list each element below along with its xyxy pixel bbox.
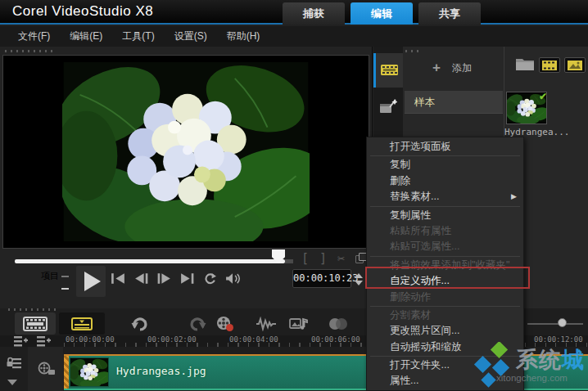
timeline-view-button[interactable] — [59, 312, 105, 335]
instant-project-button[interactable] — [373, 89, 403, 124]
media-library-button[interactable] — [373, 53, 403, 88]
photo-filter-icon — [568, 61, 582, 70]
repeat-button[interactable] — [201, 272, 219, 285]
add-folder-button[interactable]: + 添加 — [403, 55, 504, 81]
title-bar: Corel VideoStudio X8 捕获 编辑 共享 — [0, 0, 588, 25]
scrubber-track[interactable] — [15, 259, 285, 263]
app-title: Corel VideoStudio X8 — [12, 3, 153, 20]
watermark: 系统城 xitongcheng.com — [464, 339, 586, 391]
clip-filename: Hydrangeas.jpg — [116, 365, 206, 377]
ruler-tick: 00:00:02:00 — [147, 335, 197, 344]
library-thumbnail-hydrangeas[interactable]: ✔ — [506, 92, 547, 124]
preview-panel: [ ] ✂ 项目 素材 — [0, 47, 373, 308]
menu-tools[interactable]: 工具(T) — [122, 29, 154, 43]
track-list-add-icon[interactable] — [36, 335, 52, 348]
video-track-header — [28, 347, 63, 391]
videostudio-window: Corel VideoStudio X8 捕获 编辑 共享 文件(F) 编辑(E… — [0, 0, 588, 391]
undo-button[interactable] — [129, 315, 151, 333]
watermark-domain: xitongcheng.com — [496, 373, 568, 383]
menu-edit[interactable]: 编辑(E) — [70, 29, 102, 43]
track-ride-icon[interactable] — [6, 357, 22, 370]
record-capture-button[interactable] — [215, 315, 236, 333]
menu-item-delete-motion: 删除动作 — [367, 290, 523, 305]
menu-item-paste-all-attributes: 粘贴所有属性 — [367, 223, 523, 239]
scroll-down-icon[interactable] — [7, 380, 17, 385]
ruler-tick: 00:00:06:00 — [311, 335, 360, 344]
volume-button[interactable] — [224, 272, 242, 285]
mark-out-icon[interactable]: ] — [319, 251, 327, 266]
track-header-left — [0, 347, 28, 391]
menu-item-open-options-panel[interactable]: 打开选项面板 — [367, 139, 523, 155]
tab-edit[interactable]: 编辑 — [351, 2, 413, 25]
timecode-display[interactable]: 00:00:10:23 — [292, 269, 351, 288]
previous-frame-button[interactable] — [133, 272, 150, 285]
watermark-brand: 系统城 — [516, 345, 585, 375]
stepper-down-icon[interactable] — [355, 281, 363, 285]
motion-tracking-button[interactable] — [328, 315, 349, 333]
timeline-view-icon — [71, 317, 93, 331]
trim-icon-group: [ ] ✂ — [301, 251, 367, 266]
menu-item-copy[interactable]: 复制 — [367, 157, 523, 173]
next-frame-button[interactable] — [156, 272, 173, 285]
menu-item-delete[interactable]: 删除 — [367, 173, 523, 189]
play-button[interactable] — [76, 266, 106, 297]
enlarge-preview-icon[interactable] — [355, 253, 367, 264]
show-videos-toggle[interactable] — [539, 57, 560, 73]
stepper-up-icon[interactable] — [355, 273, 363, 278]
clip-thumbnail — [70, 357, 109, 387]
playback-controls: 项目 素材 00:00:10:23 — [0, 266, 373, 307]
timecode-stepper[interactable] — [354, 270, 363, 288]
submenu-arrow-icon: ▶ — [511, 189, 517, 204]
in-use-check-icon: ✔ — [539, 91, 547, 102]
highlight-annotation-box — [365, 267, 530, 289]
timeline-zoom-slider[interactable] — [527, 323, 583, 325]
menu-item-replace-clip[interactable]: 替换素材... ▶ — [367, 189, 523, 204]
split-scissors-icon[interactable]: ✂ — [337, 251, 345, 266]
mode-project-label[interactable]: 项目 — [41, 271, 59, 281]
scrubber-track-remainder[interactable] — [285, 259, 293, 263]
media-filmstrip-icon — [380, 63, 399, 79]
menu-file[interactable]: 文件(F) — [18, 29, 50, 43]
ruler-tick: 00:00:00:00 — [66, 335, 115, 344]
video-track-icon[interactable] — [38, 362, 56, 376]
storyboard-icon — [23, 317, 47, 331]
menu-bar: 文件(F) 编辑(E) 工具(T) 设置(S) 帮助(H) — [0, 26, 588, 47]
storyboard-view-button[interactable] — [15, 312, 56, 335]
ruler-tick: 00:00:04:00 — [229, 335, 278, 344]
plus-icon: + — [432, 60, 441, 76]
menu-separator — [370, 306, 520, 307]
menu-separator — [370, 206, 520, 207]
menu-settings[interactable]: 设置(S) — [174, 29, 207, 43]
preview-video-area — [2, 55, 369, 249]
video-filter-icon — [542, 61, 557, 70]
tab-capture[interactable]: 捕获 — [283, 2, 345, 25]
panel-drag-handle[interactable] — [5, 50, 52, 52]
folder-item-sample[interactable]: 样本 — [405, 91, 503, 114]
home-button[interactable] — [110, 272, 127, 285]
menu-item-split-clip: 分割素材 — [367, 308, 523, 323]
sound-mixer-button[interactable] — [256, 315, 277, 333]
auto-music-button[interactable] — [288, 315, 310, 333]
timeline-drag-handle[interactable] — [8, 308, 56, 311]
menu-help[interactable]: 帮助(H) — [227, 29, 260, 43]
zoom-slider-handle[interactable] — [558, 318, 567, 327]
preview-image — [62, 62, 310, 241]
track-manager-icons — [13, 335, 52, 348]
menu-item-paste-optional-attributes: 粘贴可选属性... — [367, 239, 523, 254]
show-photos-toggle[interactable] — [564, 57, 586, 73]
folder-icon[interactable] — [515, 56, 535, 71]
menu-item-change-photo-duration[interactable]: 更改照片区间... — [367, 323, 523, 339]
track-list-icon[interactable] — [13, 335, 29, 348]
clip-trim-handle[interactable] — [64, 356, 69, 389]
play-icon — [84, 272, 101, 291]
end-button[interactable] — [179, 272, 196, 285]
mark-in-icon[interactable]: [ — [301, 251, 309, 266]
tab-share[interactable]: 共享 — [418, 2, 481, 25]
redo-button[interactable] — [187, 315, 208, 333]
step-tabs: 捕获 编辑 共享 — [283, 2, 481, 25]
menu-separator — [370, 155, 520, 156]
menu-separator — [370, 256, 520, 257]
instant-project-icon — [379, 98, 397, 115]
menu-item-copy-attributes[interactable]: 复制属性 — [367, 208, 523, 223]
